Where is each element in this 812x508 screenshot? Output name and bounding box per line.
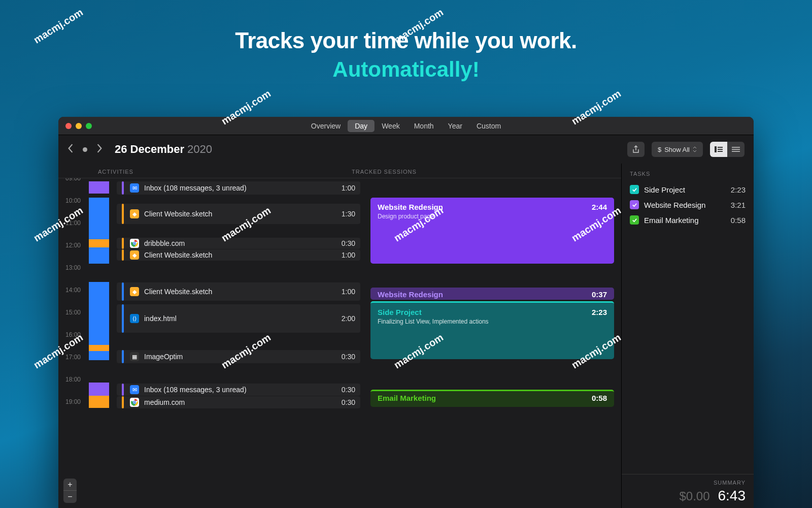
main-column: ACTIVITIES TRACKED SESSIONS + − 09:0010:… (58, 164, 622, 508)
hour-label: 10:00 (65, 197, 81, 204)
svg-point-11 (133, 242, 135, 244)
app-icon (130, 239, 139, 248)
layout-toggle (710, 142, 745, 157)
task-name: Email Marketing (644, 216, 699, 225)
hour-label: 09:00 (65, 178, 81, 182)
tasks-column: TASKS Side Project2:23Website Redesign3:… (622, 164, 754, 508)
activity-duration: 0:30 (342, 386, 355, 394)
strip-block (89, 198, 109, 239)
session-title: Side Project (378, 308, 422, 316)
activity-row[interactable]: ✉Inbox (108 messages, 3 unread)1:00 (117, 181, 360, 195)
tab-overview[interactable]: Overview (304, 120, 348, 132)
strip-block (89, 181, 109, 194)
activity-color-bar (122, 181, 124, 195)
activity-row[interactable]: ⟨⟩index.html2:00 (117, 304, 360, 333)
close-icon[interactable] (65, 123, 72, 129)
activity-name: ImageOptim (144, 353, 183, 361)
hour-label: 16:00 (65, 331, 81, 338)
fullscreen-icon[interactable] (86, 123, 92, 129)
session-subtitle: Finalizing List View, Implemented action… (378, 318, 607, 325)
strip-block (89, 396, 109, 408)
activity-duration: 1:30 (342, 210, 355, 218)
currency-icon: $ (658, 146, 661, 153)
task-row[interactable]: Side Project2:23 (622, 182, 754, 197)
task-checkbox[interactable] (630, 200, 639, 209)
task-name: Website Redesign (644, 201, 705, 209)
app-icon: ✉ (130, 385, 139, 394)
share-button[interactable] (627, 142, 645, 157)
activity-color-bar (122, 384, 124, 396)
activity-row[interactable]: ◆Client Website.sketch1:00 (117, 249, 360, 261)
svg-rect-4 (732, 147, 740, 148)
activity-color-bar (122, 396, 124, 408)
activity-row[interactable]: ▦ImageOptim0:30 (117, 350, 360, 363)
tab-week[interactable]: Week (375, 120, 407, 132)
zoom-in-button[interactable]: + (63, 479, 77, 491)
svg-rect-2 (718, 149, 723, 150)
summary-cost: $0.00 (679, 489, 709, 503)
strip-block (89, 239, 109, 247)
tab-month[interactable]: Month (407, 120, 441, 132)
task-row[interactable]: Email Marketing0:58 (622, 212, 754, 228)
next-day-button[interactable] (96, 144, 103, 155)
activity-duration: 0:30 (342, 239, 355, 247)
tracked-header: TRACKED SESSIONS (352, 169, 417, 175)
strip-block (89, 282, 109, 345)
page-title: 26 December 2020 (115, 143, 212, 156)
tab-custom[interactable]: Custom (469, 120, 508, 132)
app-icon: ◆ (130, 250, 139, 260)
column-headers: ACTIVITIES TRACKED SESSIONS (58, 164, 621, 178)
date-nav (67, 144, 103, 155)
activity-color-bar (122, 204, 124, 224)
tab-day[interactable]: Day (348, 120, 375, 132)
svg-rect-5 (732, 149, 740, 150)
tab-year[interactable]: Year (441, 120, 469, 132)
task-name: Side Project (644, 185, 685, 194)
tracked-session[interactable]: Website Redesign2:44Design product page (370, 198, 614, 264)
activity-duration: 0:30 (342, 353, 355, 361)
app-icon: ⟨⟩ (130, 314, 139, 323)
activity-row[interactable]: dribbble.com0:30 (117, 238, 360, 249)
task-checkbox[interactable] (630, 215, 639, 225)
strip-block (89, 351, 109, 360)
task-checkbox[interactable] (630, 185, 639, 194)
svg-point-16 (133, 401, 135, 403)
chevron-updown-icon (693, 146, 697, 152)
activity-duration: 2:00 (342, 314, 355, 323)
zoom-out-button[interactable]: − (63, 491, 77, 503)
svg-rect-6 (732, 151, 740, 152)
hero-line2: Automatically! (0, 57, 812, 82)
session-duration: 2:23 (592, 308, 607, 316)
minimize-icon[interactable] (76, 123, 82, 129)
today-button[interactable] (83, 147, 87, 152)
activity-row[interactable]: ✉Inbox (108 messages, 3 unread)0:30 (117, 384, 360, 396)
tracked-session[interactable]: Email Marketing0:58 (370, 390, 614, 407)
app-icon: ◆ (130, 287, 139, 296)
view-range-segmented: OverviewDayWeekMonthYearCustom (304, 120, 508, 132)
timeline[interactable]: + − 09:0010:0011:0012:0013:0014:0015:001… (58, 178, 621, 508)
session-duration: 0:37 (592, 290, 607, 299)
strip-block (89, 345, 109, 351)
session-title: Website Redesign (378, 203, 443, 211)
tracked-session[interactable]: Side Project2:23Finalizing List View, Im… (370, 301, 614, 359)
activity-row[interactable]: ◆Client Website.sketch1:30 (117, 204, 360, 224)
task-row[interactable]: Website Redesign3:21 (622, 197, 754, 212)
filter-dropdown[interactable]: $ Show All (652, 142, 703, 157)
hour-label: 18:00 (65, 376, 81, 383)
activity-color-bar (122, 350, 124, 363)
activity-row[interactable]: ◆Client Website.sketch1:00 (117, 282, 360, 301)
filter-label: Show All (664, 146, 690, 153)
activity-duration: 1:00 (342, 251, 355, 259)
activity-row[interactable]: medium.com0:30 (117, 396, 360, 408)
layout-columns-button[interactable] (710, 142, 727, 157)
prev-day-button[interactable] (67, 144, 74, 155)
layout-list-button[interactable] (727, 142, 745, 157)
summary-label: SUMMARY (630, 480, 746, 486)
tracked-session[interactable]: Website Redesign0:37 (370, 288, 614, 300)
svg-rect-1 (718, 147, 723, 148)
titlebar: OverviewDayWeekMonthYearCustom (58, 117, 754, 135)
activity-name: medium.com (144, 398, 185, 406)
app-icon (130, 398, 139, 407)
hero-line1: Tracks your time while you work. (0, 28, 812, 53)
summary: SUMMARY $0.00 6:43 (622, 474, 754, 508)
